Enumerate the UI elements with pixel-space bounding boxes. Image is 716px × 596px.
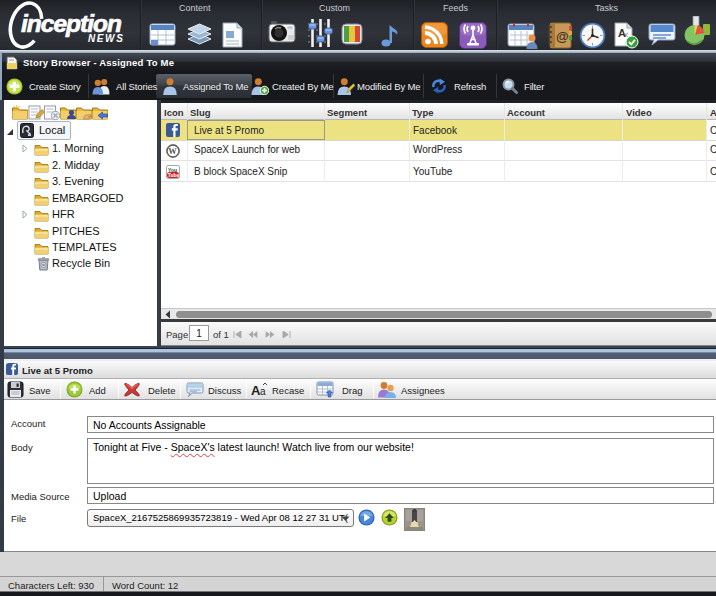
svg-text:W: W	[168, 146, 177, 156]
svg-text:a: a	[260, 386, 266, 397]
svg-text:Tube: Tube	[168, 172, 180, 178]
svg-text:A: A	[618, 27, 626, 39]
svg-text:NEWS: NEWS	[88, 33, 124, 44]
svg-text:@: @	[556, 29, 569, 44]
